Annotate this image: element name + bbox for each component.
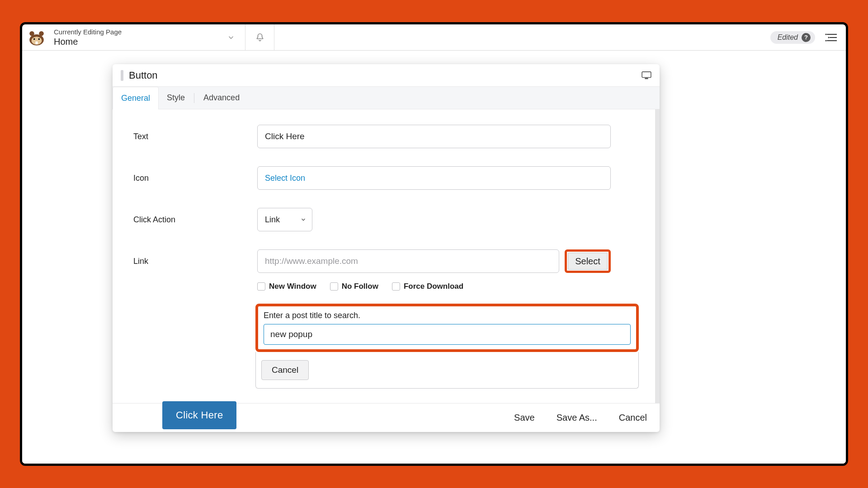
- svg-point-2: [29, 31, 34, 36]
- svg-point-3: [39, 31, 44, 36]
- panel-tabs: General Style Advanced: [113, 87, 660, 109]
- link-select-button[interactable]: Select: [568, 253, 608, 270]
- page-selector-name: Home: [54, 36, 122, 47]
- bell-icon: [255, 33, 265, 42]
- tab-advanced[interactable]: Advanced: [195, 87, 248, 109]
- field-row-text: Text: [113, 125, 660, 148]
- save-button[interactable]: Save: [514, 413, 535, 423]
- module-settings-panel: Button General Style Advanced Tex: [113, 64, 660, 432]
- field-row-icon: Icon Select Icon: [113, 166, 660, 190]
- notifications-button[interactable]: [245, 24, 274, 50]
- app-logo-icon: [26, 28, 47, 47]
- field-label-link: Link: [133, 257, 257, 266]
- no-follow-checkbox[interactable]: No Follow: [330, 282, 378, 291]
- app-frame: Currently Editing Page Home Edited ?: [20, 22, 848, 466]
- save-as-button[interactable]: Save As...: [557, 413, 597, 423]
- checkbox-box-icon: [330, 282, 338, 291]
- force-download-checkbox[interactable]: Force Download: [392, 282, 463, 291]
- link-search-input[interactable]: [264, 324, 631, 345]
- click-action-select[interactable]: Link: [257, 208, 312, 231]
- panel-scrollbar[interactable]: [655, 109, 660, 403]
- svg-rect-14: [645, 78, 648, 79]
- page-selector[interactable]: Currently Editing Page Home: [54, 28, 122, 47]
- click-action-value: Link: [265, 215, 280, 225]
- display-icon: [642, 71, 651, 80]
- preview-button[interactable]: Click Here: [162, 401, 236, 429]
- panel-title: Button: [129, 70, 158, 81]
- select-icon-button[interactable]: Select Icon: [257, 166, 611, 190]
- responsive-toggle-button[interactable]: [642, 71, 651, 80]
- svg-point-4: [33, 38, 35, 40]
- field-label-click-action: Click Action: [133, 215, 257, 225]
- svg-point-10: [826, 33, 827, 35]
- drag-handle-icon: [121, 70, 123, 81]
- help-icon: ?: [802, 33, 811, 42]
- page-selector-eyebrow: Currently Editing Page: [54, 28, 122, 36]
- select-icon-label: Select Icon: [265, 174, 305, 183]
- topbar: Currently Editing Page Home Edited ?: [22, 24, 846, 51]
- link-input[interactable]: [257, 249, 559, 273]
- new-window-checkbox[interactable]: New Window: [257, 282, 316, 291]
- svg-rect-6: [35, 41, 38, 44]
- link-search-label: Enter a post title to search.: [264, 311, 631, 320]
- tab-style[interactable]: Style: [159, 87, 193, 109]
- panel-header[interactable]: Button: [113, 64, 660, 87]
- force-download-label: Force Download: [404, 282, 463, 291]
- link-options-row: New Window No Follow Force Download: [113, 282, 660, 291]
- checkbox-box-icon: [257, 282, 265, 291]
- text-input[interactable]: [257, 125, 611, 148]
- select-button-highlight: Select: [565, 249, 611, 273]
- svg-point-11: [828, 37, 830, 38]
- outline-panel-button[interactable]: [823, 29, 840, 46]
- tab-general[interactable]: General: [113, 87, 159, 109]
- tab-divider: [194, 93, 194, 103]
- field-row-click-action: Click Action Link: [113, 208, 660, 231]
- link-search-lower: Cancel: [255, 352, 639, 389]
- svg-point-5: [38, 38, 40, 40]
- field-label-icon: Icon: [133, 174, 257, 183]
- panel-body: Text Icon Select Icon Click: [113, 109, 660, 403]
- link-search-panel: Enter a post title to search. Cancel: [255, 304, 639, 389]
- page-dropdown-chevron[interactable]: [217, 24, 245, 50]
- svg-rect-13: [642, 71, 651, 77]
- field-row-link: Link Select: [113, 249, 660, 273]
- chevron-down-icon: [300, 216, 307, 223]
- link-search-highlight: Enter a post title to search.: [255, 304, 639, 352]
- edited-status-pill[interactable]: Edited ?: [770, 31, 815, 44]
- svg-point-12: [826, 40, 827, 41]
- field-label-text: Text: [133, 132, 257, 141]
- new-window-label: New Window: [269, 282, 316, 291]
- edited-label: Edited: [778, 33, 798, 42]
- cancel-button[interactable]: Cancel: [619, 413, 647, 423]
- editor-canvas: Button General Style Advanced Tex: [22, 51, 846, 464]
- link-search-cancel-button[interactable]: Cancel: [261, 360, 309, 380]
- no-follow-label: No Follow: [342, 282, 378, 291]
- outline-icon: [825, 32, 838, 43]
- checkbox-box-icon: [392, 282, 400, 291]
